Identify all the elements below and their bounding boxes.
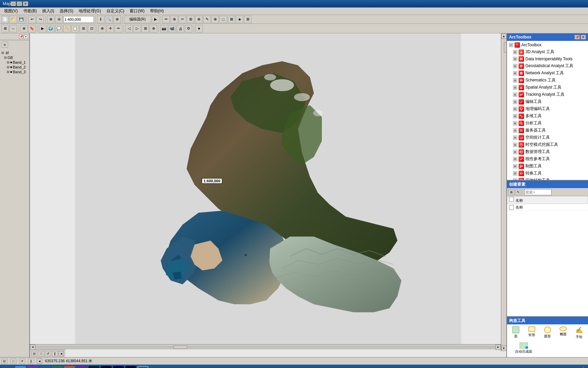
toolbox-edit[interactable]: ⊞ 编辑工具 xyxy=(512,98,587,105)
arc-toolbox-pin[interactable]: 📌 xyxy=(574,35,580,40)
taskbar-aftereffects[interactable]: Ae xyxy=(125,366,136,368)
taskbar-word[interactable]: W xyxy=(39,366,50,368)
map-tb-prev[interactable]: ◄ xyxy=(59,351,64,356)
scroll-thumb-bottom[interactable] xyxy=(174,346,187,349)
edit-play-button[interactable]: ▶ xyxy=(152,16,159,23)
identify-button[interactable]: ℹ xyxy=(97,16,104,23)
toolbox-root[interactable]: ⊟ ArcToolbox xyxy=(508,42,587,48)
cp-rect[interactable]: 矩形 xyxy=(524,326,539,341)
status-btn3[interactable]: ↺ xyxy=(19,358,25,364)
zoom-out-button[interactable]: ⊖ xyxy=(55,16,63,23)
zoom-in-button[interactable]: ⊕ xyxy=(47,16,54,23)
edit-tool-2[interactable]: ⊕ xyxy=(170,16,178,23)
toolbox-interop[interactable]: ⊞ Data Interoperability Tools xyxy=(512,56,587,62)
undo-button[interactable]: ↩ xyxy=(28,16,36,23)
minimize-button[interactable]: — xyxy=(11,1,16,6)
expand-datamgr[interactable]: ⊞ xyxy=(513,150,517,154)
expand-multidim[interactable]: ⊞ xyxy=(513,114,517,118)
toolbox-spacetime[interactable]: ⊞ 时空模式挖掘工具 xyxy=(512,141,587,148)
menu-customize[interactable]: 自定义(C) xyxy=(104,7,127,15)
expand-spatial[interactable]: ⊞ xyxy=(513,86,517,90)
menu-view[interactable]: 视图(V) xyxy=(1,7,20,15)
taskbar-audition[interactable]: Au xyxy=(113,366,124,368)
tb2-video[interactable]: 📹 xyxy=(168,25,176,32)
expand-linear[interactable]: ⊞ xyxy=(513,157,517,161)
toc-close[interactable]: ✕ xyxy=(24,35,28,39)
taskbar-arcgis[interactable]: ♠ xyxy=(137,366,148,368)
cp-ellipse[interactable]: 椭圆 xyxy=(556,326,571,341)
tb2-task[interactable]: 📋 xyxy=(71,25,79,32)
desktop-show[interactable] xyxy=(583,366,585,368)
expand-edit[interactable]: ⊞ xyxy=(513,100,517,104)
tb2-select[interactable]: ▶ xyxy=(39,25,46,32)
toolbox-datamgr[interactable]: ⊞ 数据管理工具 xyxy=(512,148,587,155)
taskbar-photoshop[interactable]: Ps xyxy=(88,366,99,368)
cf-col-checkbox[interactable] xyxy=(509,197,514,202)
toc-tool[interactable]: ≡ xyxy=(1,42,8,48)
close-button[interactable]: ✕ xyxy=(23,1,28,6)
status-btn1[interactable]: ⊟ xyxy=(1,358,7,364)
toolbox-tracking[interactable]: ⊞ Tracking Analyst 工具 xyxy=(512,91,587,98)
map-tb-btn2[interactable]: □ xyxy=(38,351,44,356)
expand-cartography[interactable]: ⊞ xyxy=(513,164,517,168)
maximize-button[interactable]: □ xyxy=(17,1,22,6)
cf-tool-1[interactable]: ⊞ xyxy=(508,189,514,195)
map-tb-stop[interactable]: ‖ xyxy=(52,351,58,356)
toolbox-linear[interactable]: ⊞ 线性参考工具 xyxy=(512,155,587,163)
tb2-forward[interactable]: ▷ xyxy=(133,25,141,32)
open-button[interactable]: 📂 xyxy=(10,16,17,23)
scroll-left-button[interactable]: ◄ xyxy=(30,344,35,350)
tb2-print[interactable]: 🖨 xyxy=(177,25,184,32)
cp-face[interactable]: 面 xyxy=(508,326,523,341)
map-tb-btn1[interactable]: ⊟ xyxy=(31,351,37,356)
toc-expand-gb[interactable]: ⊟ xyxy=(4,56,7,59)
toolbox-server[interactable]: ⊞ 服务器工具 xyxy=(512,127,587,134)
menu-select[interactable]: 选择(S) xyxy=(57,7,76,15)
toc-expand-tif[interactable]: ⊟ xyxy=(1,51,4,55)
tb2-crosshair[interactable]: ✛ xyxy=(107,25,114,32)
tb2-btn4[interactable]: 🔖 xyxy=(28,25,36,32)
status-btn2[interactable]: □ xyxy=(10,358,16,364)
menu-insert[interactable]: 插入(I) xyxy=(39,7,57,15)
tb2-extent[interactable]: ⊞ xyxy=(142,25,149,32)
find-button[interactable]: 🔍 xyxy=(105,16,113,23)
map-area[interactable]: 1:600,000 + ▲ ▼ ◄ ► ⊟ xyxy=(30,33,506,357)
toolbox-spatial[interactable]: ⊞ Spatial Analyst 工具 xyxy=(512,84,587,91)
cf-checkbox-1[interactable] xyxy=(509,205,514,210)
cf-search-input[interactable] xyxy=(524,189,552,195)
map-scrollbar-bottom[interactable]: ◄ ► xyxy=(30,344,501,350)
cp-autoface[interactable]: 自动完成面 xyxy=(508,342,539,356)
toolbox-cartography[interactable]: ⊞ 制图工具 xyxy=(512,163,587,170)
save-button[interactable]: 💾 xyxy=(18,16,25,23)
expand-interop[interactable]: ⊞ xyxy=(513,57,517,61)
tb2-pencil[interactable]: ✏ xyxy=(115,25,122,32)
edit-tool-5[interactable]: ⊕ xyxy=(195,16,202,23)
toolbox-geo[interactable]: ⊞ Geostatistical Analyst 工具 xyxy=(512,62,587,70)
edit-tool-11[interactable]: ⊞ xyxy=(244,16,251,23)
toolbox-analysis[interactable]: ⊞ 分析工具 xyxy=(512,120,587,127)
scale-input[interactable] xyxy=(63,16,94,23)
toolbox-spatial-stat[interactable]: ⊞ 空间统计工具 xyxy=(512,134,587,141)
menu-window[interactable]: 窗口(W) xyxy=(127,7,147,15)
scroll-down-button[interactable]: ▼ xyxy=(501,346,507,351)
tb2-speech[interactable]: 💬 xyxy=(55,25,63,32)
go-to-xy-button[interactable]: ⊕ xyxy=(113,16,121,23)
tb2-zoom[interactable]: ⊕ xyxy=(150,25,157,32)
status-stop[interactable]: ‖ xyxy=(28,358,34,364)
scroll-right-button[interactable]: ► xyxy=(495,344,501,350)
tb2-dropdown[interactable]: ▼ xyxy=(195,25,203,32)
tb2-back[interactable]: ◁ xyxy=(125,25,133,32)
edit-tool-8[interactable]: □ xyxy=(219,16,227,23)
taskbar-cortana[interactable]: ✦ xyxy=(27,366,38,368)
start-button[interactable]: ⊞ xyxy=(3,366,14,368)
menu-help[interactable]: 帮助(H) xyxy=(147,7,167,15)
expand-schema[interactable]: ⊞ xyxy=(513,78,517,82)
map-scrollbar-right[interactable]: ▲ ▼ xyxy=(501,33,506,351)
taskbar-powerpoint[interactable]: P xyxy=(64,366,75,368)
new-map-button[interactable]: 📄 xyxy=(1,16,9,23)
toc-expand-band3[interactable]: ⊟ xyxy=(7,70,10,74)
scroll-up-button[interactable]: ▲ xyxy=(501,33,507,39)
toolbox-network[interactable]: ⊞ Network Analyst 工具 xyxy=(512,70,587,77)
expand-analysis[interactable]: ⊞ xyxy=(513,121,517,125)
toolbox-multidim[interactable]: ⊞ 多维工具 xyxy=(512,112,587,120)
